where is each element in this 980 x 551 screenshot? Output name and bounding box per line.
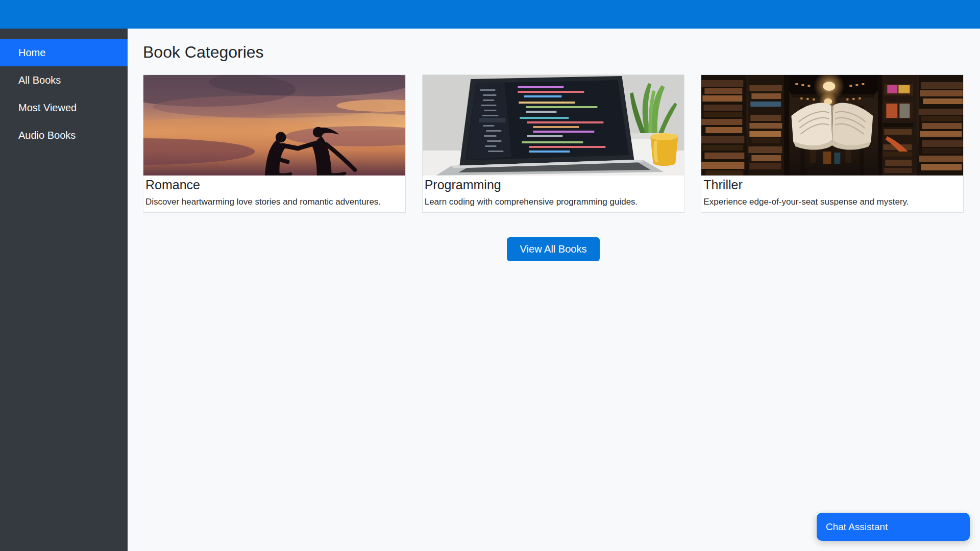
- category-description-thriller: Experience edge-of-your-seat suspense an…: [701, 196, 963, 212]
- sidebar: Home All Books Most Viewed Audio Books: [0, 29, 128, 551]
- category-card-programming[interactable]: Programming Learn coding with comprehens…: [422, 74, 685, 212]
- category-title-programming: Programming: [423, 177, 684, 192]
- romance-image: [143, 75, 405, 176]
- chat-assistant-label: Chat Assistant: [826, 521, 888, 533]
- top-navbar: [0, 0, 980, 29]
- programming-image: [423, 75, 684, 176]
- category-card-thriller[interactable]: Thriller Experience edge-of-your-seat su…: [701, 74, 964, 212]
- category-title-thriller: Thriller: [701, 177, 963, 192]
- category-card-romance[interactable]: Romance Discover heartwarming love stori…: [143, 74, 406, 212]
- view-all-books-button[interactable]: View All Books: [507, 237, 600, 261]
- page-title: Book Categories: [143, 42, 964, 62]
- category-description-romance: Discover heartwarming love stories and r…: [143, 196, 405, 212]
- sidebar-item-all-books[interactable]: All Books: [0, 66, 128, 94]
- category-cards: Romance Discover heartwarming love stori…: [143, 74, 964, 212]
- main-content: Book Categories: [128, 29, 980, 551]
- sidebar-item-most-viewed[interactable]: Most Viewed: [0, 94, 128, 121]
- sidebar-nav: Home All Books Most Viewed Audio Books: [0, 29, 128, 149]
- sidebar-item-audio-books[interactable]: Audio Books: [0, 121, 128, 149]
- thriller-image: [701, 75, 963, 176]
- category-description-programming: Learn coding with comprehensive programm…: [423, 196, 684, 212]
- chat-assistant-widget[interactable]: Chat Assistant: [817, 513, 970, 541]
- view-all-row: View All Books: [143, 237, 964, 261]
- category-title-romance: Romance: [143, 177, 405, 192]
- sidebar-item-home[interactable]: Home: [0, 39, 128, 66]
